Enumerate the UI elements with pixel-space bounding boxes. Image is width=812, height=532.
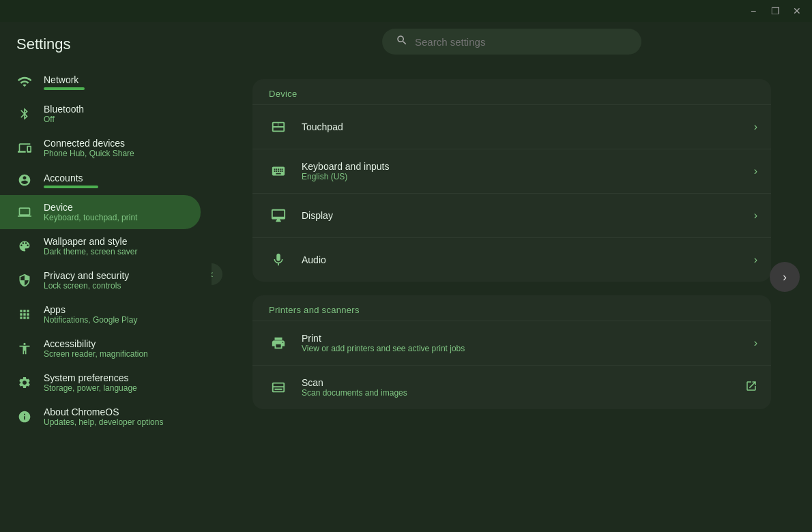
sidebar-item-accounts[interactable]: Accounts <box>0 165 201 195</box>
display-text: Display <box>302 210 743 221</box>
search-icon <box>396 34 408 49</box>
scan-text: Scan Scan documents and images <box>302 377 734 398</box>
scan-external-icon <box>745 380 757 395</box>
sidebar-item-device[interactable]: Device Keyboard, touchpad, print <box>0 195 201 229</box>
accounts-progress <box>44 186 98 188</box>
system-label: System preferences <box>44 372 137 383</box>
accessibility-label: Accessibility <box>44 338 148 349</box>
sidebar-item-system[interactable]: System preferences Storage, power, langu… <box>0 366 201 400</box>
printers-panel: Printers and scanners Print View or add … <box>252 295 771 409</box>
about-label: About ChromeOS <box>44 407 163 417</box>
app-title: Settings <box>0 35 212 67</box>
scroll-right-button[interactable]: › <box>770 262 800 292</box>
bluetooth-text: Bluetooth Off <box>44 104 84 124</box>
touchpad-icon <box>266 115 291 139</box>
keyboard-text: Keyboard and inputs English (US) <box>302 161 743 181</box>
display-label: Display <box>302 210 743 221</box>
apps-text: Apps Notifications, Google Play <box>44 304 137 325</box>
print-item[interactable]: Print View or add printers and see activ… <box>252 321 771 365</box>
sidebar-item-wallpaper[interactable]: Wallpaper and style Dark theme, screen s… <box>0 229 201 263</box>
keyboard-label: Keyboard and inputs <box>302 161 743 172</box>
sidebar-item-bluetooth[interactable]: Bluetooth Off <box>0 97 201 131</box>
search-input[interactable] <box>415 36 628 48</box>
mic-icon <box>266 248 291 272</box>
sidebar-item-network[interactable]: Network <box>0 67 201 97</box>
palette-icon <box>16 238 33 254</box>
privacy-text: Privacy and security Lock screen, contro… <box>44 270 129 291</box>
apps-icon <box>16 306 33 323</box>
sidebar-item-apps[interactable]: Apps Notifications, Google Play <box>0 297 201 331</box>
device-text: Device Keyboard, touchpad, print <box>44 202 137 222</box>
network-progress <box>44 87 85 90</box>
sidebar-item-privacy[interactable]: Privacy and security Lock screen, contro… <box>0 263 201 297</box>
laptop-icon <box>16 204 33 220</box>
print-icon <box>266 331 291 355</box>
bluetooth-sub: Off <box>44 115 84 124</box>
accessibility-text: Accessibility Screen reader, magnificati… <box>44 338 148 359</box>
touchpad-arrow: › <box>754 121 757 133</box>
account-icon <box>16 172 33 188</box>
touchpad-label: Touchpad <box>302 121 743 132</box>
bluetooth-label: Bluetooth <box>44 104 84 115</box>
accounts-label: Accounts <box>44 173 98 183</box>
settings-icon <box>16 374 33 391</box>
sidebar-item-accessibility[interactable]: Accessibility Screen reader, magnificati… <box>0 331 201 366</box>
display-arrow: › <box>754 209 757 222</box>
wallpaper-label: Wallpaper and style <box>44 236 137 247</box>
audio-label: Audio <box>302 254 743 265</box>
system-sub: Storage, power, language <box>44 383 137 393</box>
shield-icon <box>16 272 33 289</box>
print-sub: View or add printers and see active prin… <box>302 344 743 353</box>
keyboard-item[interactable]: Keyboard and inputs English (US) › <box>252 149 771 193</box>
maximize-button[interactable]: ❐ <box>766 1 785 20</box>
system-text: System preferences Storage, power, langu… <box>44 372 137 393</box>
info-icon <box>16 409 33 425</box>
connected-devices-label: Connected devices <box>44 138 134 149</box>
minimize-button[interactable]: − <box>744 1 763 20</box>
about-text: About ChromeOS Updates, help, developer … <box>44 407 163 427</box>
display-icon <box>266 203 291 228</box>
privacy-sub: Lock screen, controls <box>44 281 129 291</box>
network-label: Network <box>44 74 85 85</box>
wallpaper-text: Wallpaper and style Dark theme, screen s… <box>44 236 137 256</box>
audio-arrow: › <box>754 254 757 266</box>
search-bar[interactable] <box>382 29 641 55</box>
header-row <box>212 22 812 65</box>
accessibility-sub: Screen reader, magnification <box>44 349 148 359</box>
keyboard-arrow: › <box>754 165 757 177</box>
apps-sub: Notifications, Google Play <box>44 315 137 325</box>
display-item[interactable]: Display › <box>252 193 771 237</box>
sidebar: Settings Network Bluetooth Off <box>0 22 212 532</box>
print-label: Print <box>302 333 743 344</box>
touchpad-text: Touchpad <box>302 121 743 132</box>
apps-label: Apps <box>44 304 137 315</box>
sidebar-item-connected-devices[interactable]: Connected devices Phone Hub, Quick Share <box>0 131 201 165</box>
connected-devices-text: Connected devices Phone Hub, Quick Share <box>44 138 134 158</box>
wifi-icon <box>16 74 33 90</box>
touchpad-item[interactable]: Touchpad › <box>252 104 771 149</box>
scan-sub: Scan documents and images <box>302 388 734 398</box>
device-sub: Keyboard, touchpad, print <box>44 213 137 222</box>
accounts-text: Accounts <box>44 173 98 188</box>
device-panel-header: Device <box>252 79 771 104</box>
scan-item[interactable]: Scan Scan documents and images <box>252 365 771 409</box>
content-area: Device Touchpad › <box>212 65 812 532</box>
audio-text: Audio <box>302 254 743 265</box>
audio-item[interactable]: Audio › <box>252 237 771 282</box>
devices-icon <box>16 140 33 156</box>
print-arrow: › <box>754 337 757 349</box>
printers-panel-header: Printers and scanners <box>252 295 771 321</box>
accessibility-icon <box>16 340 33 357</box>
keyboard-icon <box>266 159 291 183</box>
network-text: Network <box>44 74 85 90</box>
app-container: Settings Network Bluetooth Off <box>0 22 812 532</box>
sidebar-item-about[interactable]: About ChromeOS Updates, help, developer … <box>0 400 201 434</box>
titlebar: − ❐ ✕ <box>0 0 812 22</box>
keyboard-sub: English (US) <box>302 172 743 181</box>
close-button[interactable]: ✕ <box>787 1 807 20</box>
main-wrapper: ‹ Device <box>212 22 812 532</box>
about-sub: Updates, help, developer options <box>44 417 163 427</box>
device-label: Device <box>44 202 137 213</box>
panel-container: Device Touchpad › <box>252 79 771 409</box>
print-text: Print View or add printers and see activ… <box>302 333 743 353</box>
